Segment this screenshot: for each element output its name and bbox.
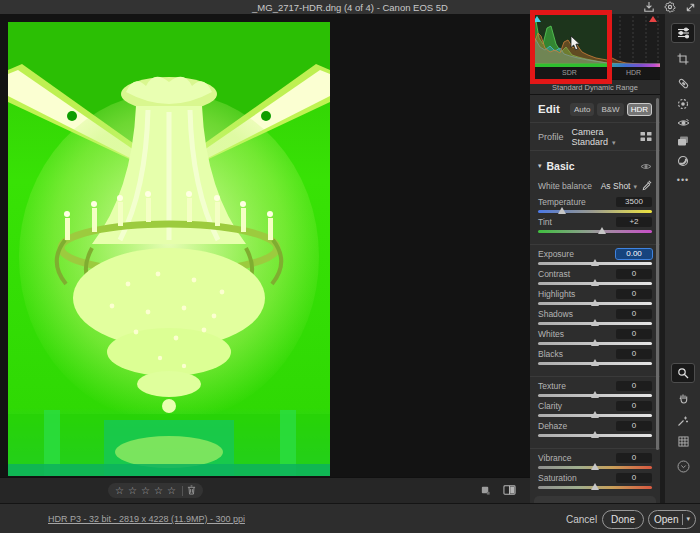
trash-icon[interactable]: [187, 485, 196, 497]
slider-row-dehaze: Dehaze 0: [538, 421, 652, 431]
exposure-value[interactable]: 0.00: [616, 249, 652, 259]
edit-tool-icon[interactable]: [671, 23, 695, 43]
tint-value[interactable]: +2: [616, 217, 652, 227]
chevron-down-icon: ▾: [633, 183, 637, 190]
save-image-icon[interactable]: [643, 1, 655, 13]
detail-brush-tool-icon[interactable]: [672, 412, 694, 430]
zoom-tool-icon[interactable]: [671, 363, 695, 383]
tool-sidebar: •••: [664, 14, 700, 503]
edit-panel-title: Edit: [538, 103, 567, 115]
slider-row-tint: Tint +2: [538, 217, 652, 227]
bottom-bar: HDR P3 - 32 bit - 2819 x 4228 (11.9MP) -…: [0, 503, 700, 533]
profile-browser-icon[interactable]: [640, 128, 652, 146]
divider: [530, 448, 660, 449]
clarity-slider[interactable]: [538, 414, 652, 417]
profile-dropdown[interactable]: Camera Standard▾: [572, 127, 640, 147]
white-balance-dropdown[interactable]: As Shot▾: [601, 181, 637, 191]
open-button[interactable]: Open▾: [648, 510, 696, 529]
star-icon[interactable]: ☆: [141, 485, 150, 496]
eyedropper-icon[interactable]: [641, 177, 652, 195]
before-after-view-icon[interactable]: [503, 482, 516, 500]
divider: [530, 244, 660, 245]
auto-button[interactable]: Auto: [570, 103, 594, 116]
slider-row-exposure: Exposure 0.00: [538, 249, 652, 259]
fullscreen-icon[interactable]: [685, 2, 696, 13]
done-button[interactable]: Done: [602, 510, 644, 529]
dehaze-slider[interactable]: [538, 434, 652, 437]
image-info-link[interactable]: HDR P3 - 32 bit - 2819 x 4228 (11.9MP) -…: [48, 514, 245, 524]
settings-gear-icon[interactable]: [664, 1, 676, 13]
highlights-value[interactable]: 0: [616, 289, 652, 299]
tint-slider[interactable]: [538, 230, 652, 233]
slider-row-temperature: Temperature 3500: [538, 197, 652, 207]
divider: [530, 376, 660, 377]
temperature-slider[interactable]: [538, 210, 652, 213]
shadows-slider[interactable]: [538, 322, 652, 325]
zoom-preview-icon[interactable]: [480, 482, 491, 500]
collapse-panel-icon[interactable]: [672, 457, 694, 475]
panel-scrollbar[interactable]: [656, 98, 659, 450]
texture-value[interactable]: 0: [616, 381, 652, 391]
grid-overlay-icon[interactable]: [672, 432, 694, 450]
star-icon[interactable]: ☆: [167, 485, 176, 496]
sdr-range-label: SDR: [562, 69, 577, 76]
slider-row-shadows: Shadows 0: [538, 309, 652, 319]
vibrance-slider[interactable]: [538, 466, 652, 469]
saturation-slider[interactable]: [538, 486, 652, 489]
divider: [682, 514, 683, 525]
slider-row-blacks: Blacks 0: [538, 349, 652, 359]
preview-image[interactable]: [8, 22, 330, 476]
chevron-down-icon: ▾: [612, 139, 616, 146]
whites-value[interactable]: 0: [616, 329, 652, 339]
collapse-section-icon[interactable]: ▾: [538, 162, 542, 170]
whites-slider[interactable]: [538, 342, 652, 345]
contrast-slider[interactable]: [538, 282, 652, 285]
red-eye-tool-icon[interactable]: [672, 114, 694, 132]
vibrance-value[interactable]: 0: [616, 453, 652, 463]
slider-row-vibrance: Vibrance 0: [538, 453, 652, 463]
edit-panel: SDR HDR Standard Dynamic Range Edit Auto…: [530, 14, 660, 503]
basic-section-title[interactable]: Basic: [547, 160, 640, 172]
star-icon[interactable]: ☆: [115, 485, 124, 496]
exposure-slider[interactable]: [538, 262, 652, 265]
divider: [530, 122, 660, 123]
blacks-slider[interactable]: [538, 362, 652, 365]
star-icon[interactable]: ☆: [128, 485, 137, 496]
profile-label: Profile: [538, 132, 564, 142]
star-icon[interactable]: ☆: [154, 485, 163, 496]
cancel-button[interactable]: Cancel: [566, 514, 597, 525]
snapshots-panel-icon[interactable]: [672, 152, 694, 170]
crop-tool-icon[interactable]: [672, 50, 694, 68]
slider-row-whites: Whites 0: [538, 329, 652, 339]
eye-toggle-icon[interactable]: [640, 157, 652, 175]
presets-panel-icon[interactable]: [672, 132, 694, 150]
contrast-value[interactable]: 0: [616, 269, 652, 279]
hand-tool-icon[interactable]: [672, 389, 694, 407]
bw-button[interactable]: B&W: [597, 103, 623, 116]
temperature-value[interactable]: 3500: [616, 197, 652, 207]
image-canvas: ☆ ☆ ☆ ☆ ☆: [0, 14, 530, 503]
masking-tool-icon[interactable]: [672, 95, 694, 113]
clarity-value[interactable]: 0: [616, 401, 652, 411]
high-dynamic-range-card: High Dynamic Range ▾ ✓ Visualize HDR Ran…: [534, 496, 656, 503]
highlights-slider[interactable]: [538, 302, 652, 305]
blacks-value[interactable]: 0: [616, 349, 652, 359]
slider-row-highlights: Highlights 0: [538, 289, 652, 299]
shadows-value[interactable]: 0: [616, 309, 652, 319]
filmstrip-bar: ☆ ☆ ☆ ☆ ☆: [0, 477, 530, 504]
more-options-icon[interactable]: •••: [672, 171, 694, 189]
slider-row-clarity: Clarity 0: [538, 401, 652, 411]
texture-slider[interactable]: [538, 394, 652, 397]
divider: [182, 486, 183, 496]
saturation-value[interactable]: 0: [616, 473, 652, 483]
histogram[interactable]: [530, 14, 660, 67]
histogram-range-labels: SDR HDR: [530, 67, 660, 79]
slider-row-saturation: Saturation 0: [538, 473, 652, 483]
window-title: _MG_2717-HDR.dng (4 of 4) - Canon EOS 5D: [252, 2, 448, 13]
healing-tool-icon[interactable]: [672, 74, 694, 92]
hdr-range-label: HDR: [626, 69, 641, 76]
divider: [530, 150, 660, 151]
dehaze-value[interactable]: 0: [616, 421, 652, 431]
histogram-caption: Standard Dynamic Range: [530, 79, 660, 95]
hdr-button[interactable]: HDR: [627, 103, 652, 116]
